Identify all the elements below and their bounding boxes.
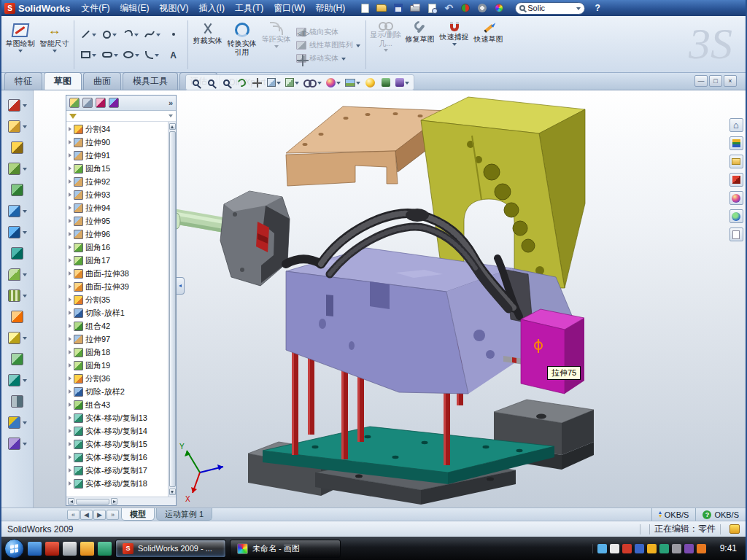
realview-icon[interactable] xyxy=(363,76,377,90)
save-icon[interactable] xyxy=(391,1,406,15)
dropdown-arrow-icon[interactable] xyxy=(23,379,27,382)
tree-item[interactable]: 分割35 xyxy=(66,293,168,306)
taskbar-button-paint[interactable]: 未命名 - 画图 xyxy=(230,540,341,558)
menu-window[interactable]: 窗口(W) xyxy=(268,0,310,17)
expand-arrow-icon[interactable] xyxy=(69,245,71,249)
configuration-manager-icon[interactable] xyxy=(96,98,106,108)
expand-arrow-icon[interactable] xyxy=(69,350,71,354)
shadows-icon[interactable] xyxy=(379,76,392,90)
expand-arrow-icon[interactable] xyxy=(69,455,71,459)
perspective-icon[interactable] xyxy=(394,76,411,90)
convert-entities-button[interactable]: 转换实体引用 xyxy=(225,18,259,72)
dropdown-arrow-icon[interactable] xyxy=(23,443,27,446)
tree-item[interactable]: 实体-移动/复制16 xyxy=(66,451,168,464)
graphics-area[interactable]: Y X xyxy=(1,90,746,508)
tree-item[interactable]: 分割34 xyxy=(66,122,168,136)
menu-help[interactable]: 帮助(H) xyxy=(311,0,351,17)
expand-arrow-icon[interactable] xyxy=(69,402,71,407)
tree-item[interactable]: 圆角16 xyxy=(66,241,168,254)
tree-item[interactable]: 切除-放样2 xyxy=(66,385,168,398)
help-button[interactable]: ? xyxy=(591,3,604,13)
previous-tab-button[interactable]: ◀ xyxy=(80,510,93,520)
filter-dropdown-icon[interactable] xyxy=(169,114,173,117)
dropdown-arrow-icon[interactable] xyxy=(23,273,27,276)
tree-item[interactable]: 切除-放样1 xyxy=(66,306,168,319)
left-tool-swept-boss[interactable] xyxy=(4,160,31,178)
dropdown-arrow-icon[interactable] xyxy=(23,125,27,128)
expand-arrow-icon[interactable] xyxy=(69,389,71,394)
last-tab-button[interactable]: » xyxy=(107,510,119,520)
tray-icon[interactable] xyxy=(659,544,669,553)
tab-features[interactable]: 特征 xyxy=(4,72,42,90)
circle-tool[interactable] xyxy=(100,26,120,44)
expand-arrow-icon[interactable] xyxy=(69,258,71,262)
appearances-icon[interactable] xyxy=(729,191,743,205)
tab-model[interactable]: 模型 xyxy=(121,508,155,521)
tree-item[interactable]: 拉伸93 xyxy=(66,188,168,201)
next-tab-button[interactable]: ▶ xyxy=(93,510,106,520)
quick-launch-icon[interactable] xyxy=(45,542,59,556)
left-tool-curves[interactable] xyxy=(4,435,31,453)
menu-view[interactable]: 视图(V) xyxy=(155,0,194,17)
left-tool-lofted-boss[interactable] xyxy=(4,181,31,199)
print-preview-icon[interactable] xyxy=(425,1,439,15)
search-input[interactable] xyxy=(527,4,574,12)
expand-arrow-icon[interactable] xyxy=(69,271,71,276)
file-explorer-icon[interactable] xyxy=(729,155,743,168)
quick-launch-icon[interactable] xyxy=(80,542,94,556)
rapid-sketch-button[interactable]: 快速草图 xyxy=(471,18,506,72)
left-tool-revolve-boss[interactable] xyxy=(4,139,31,157)
tree-horizontal-scrollbar[interactable] xyxy=(66,497,176,505)
text-tool[interactable] xyxy=(163,46,183,64)
menu-file[interactable]: 文件(F) xyxy=(76,0,115,17)
tree-item[interactable]: 组合43 xyxy=(66,398,168,411)
view-orientation-icon[interactable] xyxy=(266,76,282,90)
view-palette-icon[interactable] xyxy=(729,173,743,187)
dimxpert-manager-icon[interactable] xyxy=(109,98,119,108)
model-magenta-block[interactable] xyxy=(521,309,584,394)
scroll-up-icon[interactable] xyxy=(169,123,176,130)
expand-arrow-icon[interactable] xyxy=(69,376,71,381)
tab-motion-study[interactable]: 运动算例 1 xyxy=(156,508,212,521)
dropdown-arrow-icon[interactable] xyxy=(23,421,27,424)
fillet-tool[interactable] xyxy=(142,46,162,64)
expand-arrow-icon[interactable] xyxy=(69,324,71,328)
point-tool[interactable] xyxy=(163,26,183,44)
sketch-button[interactable]: 草图绘制 xyxy=(3,18,37,72)
property-manager-icon[interactable] xyxy=(82,98,93,108)
expand-arrow-icon[interactable] xyxy=(69,416,71,420)
undo-icon[interactable] xyxy=(441,1,456,15)
taskbar-button-solidworks[interactable]: S SolidWorks 2009 - ... xyxy=(115,540,226,558)
tree-item[interactable]: 拉伸91 xyxy=(66,149,168,162)
left-tool-fillet[interactable] xyxy=(4,265,31,284)
dropdown-arrow-icon[interactable] xyxy=(23,337,27,340)
search-box[interactable] xyxy=(515,2,585,15)
rotate-view-icon[interactable] xyxy=(235,76,249,90)
tree-item[interactable]: 圆角18 xyxy=(66,346,168,359)
left-tool-extrude-boss[interactable] xyxy=(4,117,31,136)
new-document-icon[interactable] xyxy=(357,1,372,15)
tree-item[interactable]: 圆角17 xyxy=(66,254,168,267)
taskbar-clock[interactable]: 9:41 xyxy=(714,543,743,553)
rectangle-tool[interactable] xyxy=(79,46,98,64)
zoom-area-icon[interactable] xyxy=(204,76,218,90)
quick-tips-icon[interactable] xyxy=(729,524,740,534)
left-tool-extruded-cut[interactable] xyxy=(4,202,31,220)
menu-edit[interactable]: 编辑(E) xyxy=(115,0,155,17)
start-button[interactable] xyxy=(4,539,24,559)
left-tool-rib[interactable] xyxy=(4,350,31,368)
left-tool-linear-pattern[interactable] xyxy=(4,287,31,305)
expand-arrow-icon[interactable] xyxy=(69,192,71,197)
expand-arrow-icon[interactable] xyxy=(69,206,71,210)
expand-arrow-icon[interactable] xyxy=(69,311,71,315)
resources-home-icon[interactable] xyxy=(729,118,743,132)
pan-icon[interactable] xyxy=(250,76,264,90)
custom-properties-icon[interactable] xyxy=(729,228,743,241)
left-tool-revolved-cut[interactable] xyxy=(4,223,31,241)
tab-sketch[interactable]: 草图 xyxy=(44,72,82,90)
expand-arrow-icon[interactable] xyxy=(69,337,71,341)
expand-arrow-icon[interactable] xyxy=(69,127,71,131)
expand-arrow-icon[interactable] xyxy=(69,481,71,486)
tree-item[interactable]: 曲面-拉伸38 xyxy=(66,267,168,280)
tray-icon[interactable] xyxy=(635,544,644,553)
